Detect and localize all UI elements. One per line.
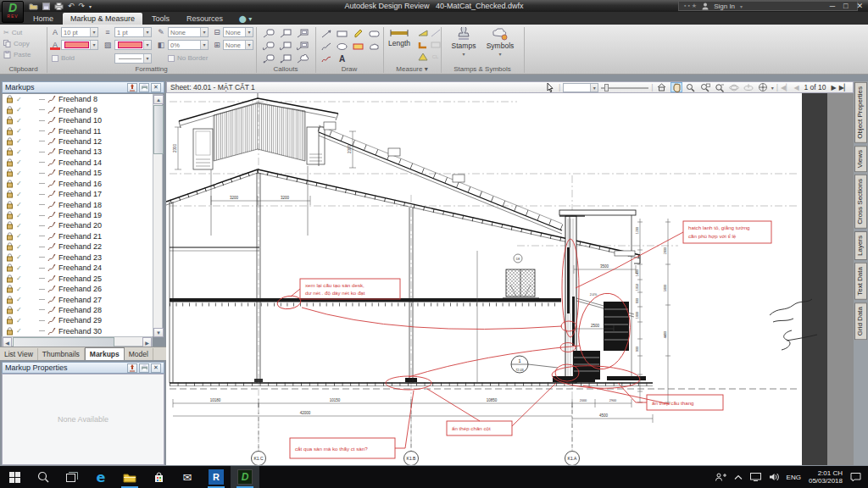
visible-check-icon[interactable]: ✓ [16, 117, 25, 125]
visible-check-icon[interactable]: ✓ [16, 222, 25, 230]
visible-check-icon[interactable]: ✓ [16, 106, 25, 114]
visible-check-icon[interactable]: ✓ [16, 274, 25, 282]
line-style-combo[interactable]: None▾ [168, 27, 209, 37]
markup-list-item[interactable]: ✓ Freehand 20 [3, 220, 153, 230]
next-page-icon[interactable]: ▶ [832, 84, 837, 92]
markup-list-item[interactable]: ✓ Freehand 25 [3, 273, 153, 283]
start-button[interactable] [0, 466, 29, 488]
visible-check-icon[interactable]: ✓ [16, 201, 25, 208]
markup-list-item[interactable]: ✓ Freehand 24 [3, 263, 153, 273]
zoom-selection-icon[interactable] [714, 82, 726, 92]
visible-check-icon[interactable]: ✓ [16, 327, 25, 335]
vertical-scroll-thumb[interactable] [153, 105, 164, 154]
visible-check-icon[interactable]: ✓ [16, 127, 25, 135]
tab-markup-measure[interactable]: Markup & Measure [63, 13, 142, 25]
visible-check-icon[interactable]: ✓ [16, 253, 25, 261]
store-button[interactable] [144, 466, 173, 488]
callout-box-icon[interactable] [278, 27, 292, 40]
markups-horizontal-scrollbar[interactable]: ◀ ▶ [2, 336, 153, 347]
visible-check-icon[interactable]: ✓ [16, 180, 25, 187]
line-weight-combo[interactable]: 1 pt▾ [114, 27, 152, 37]
markup-list-item[interactable]: ✓ Freehand 14 [3, 158, 153, 168]
markup-list-item[interactable]: ✓ Freehand 8 [3, 94, 153, 104]
markups-vertical-scrollbar[interactable]: ▲ ▼ [153, 94, 163, 336]
signin-dropdown-icon[interactable]: ▾ [740, 3, 743, 9]
task-view-button[interactable] [58, 466, 86, 488]
tab-thumbnails[interactable]: Thumbnails [38, 348, 85, 360]
zoom-realtime-icon[interactable] [685, 82, 697, 92]
draw-ellipse-icon[interactable] [335, 40, 349, 53]
draw-freeform-cloud-icon[interactable] [367, 40, 381, 53]
draw-revision-cloud-icon[interactable] [351, 40, 365, 53]
mail-button[interactable]: ✉ [173, 466, 202, 488]
zoom-level-combo[interactable]: ▾ [563, 83, 598, 92]
edge-button[interactable]: e [86, 466, 115, 488]
taskbar-search-button[interactable] [29, 466, 58, 488]
markup-list-item[interactable]: ✓ Freehand 18 [3, 199, 153, 209]
callout-box2-icon[interactable] [295, 27, 309, 40]
markup-list-item[interactable]: ✓ Freehand 16 [3, 179, 153, 189]
visible-check-icon[interactable]: ✓ [16, 137, 25, 145]
markup-list-item[interactable]: ✓ Freehand 21 [3, 231, 153, 241]
length-tool-button[interactable]: Length [385, 28, 414, 47]
draw-freehand-icon[interactable] [319, 53, 333, 65]
draw-pencil-icon[interactable] [351, 27, 365, 40]
drawing-canvas[interactable]: 3200 3200 2300 2300 3500 2500 2.0% 1200 … [166, 93, 854, 465]
connector-start-combo[interactable]: None▾ [223, 27, 253, 37]
scroll-down-icon[interactable]: ▼ [153, 328, 164, 337]
redo-icon[interactable]: ↷ [79, 2, 86, 10]
markup-status-icon[interactable] [127, 83, 137, 92]
sign-in-button[interactable]: Sign In [714, 3, 735, 10]
callout-box-line-icon[interactable] [278, 40, 292, 53]
select-cursor-icon[interactable] [544, 82, 556, 92]
nav-tools-dropdown-icon[interactable]: ▾ [771, 85, 774, 91]
tab-resources[interactable]: Resources [179, 13, 231, 25]
markup-list-item[interactable]: ✓ Freehand 15 [3, 168, 153, 178]
properties-print-icon[interactable] [139, 363, 149, 373]
draw-rounded-rect-icon[interactable] [367, 27, 381, 40]
design-review-taskbar-button[interactable]: D [231, 466, 259, 488]
visible-check-icon[interactable]: ✓ [16, 243, 25, 251]
connector-end-combo[interactable]: None▾ [223, 40, 253, 50]
tab-home[interactable]: Home [25, 13, 61, 25]
callout-bubble-icon[interactable] [261, 27, 275, 40]
draw-text-icon[interactable]: A [335, 53, 349, 65]
open-icon[interactable] [29, 3, 38, 10]
communication-center-icon[interactable]: ⬤ ▾ [232, 14, 259, 25]
visible-check-icon[interactable]: ✓ [16, 296, 25, 303]
no-border-checkbox[interactable]: No Border [168, 54, 208, 62]
clock[interactable]: 2:01 CH05/03/2018 [809, 469, 843, 485]
zoom-slider-thumb[interactable] [604, 84, 609, 92]
people-icon[interactable] [715, 473, 726, 481]
last-page-icon[interactable]: ▶▏ [839, 84, 849, 92]
draw-line-icon[interactable] [319, 27, 333, 40]
fill-color-combo[interactable]: ▾ [114, 40, 152, 50]
revit-button[interactable]: R [202, 466, 231, 488]
side-tab[interactable]: Views [854, 146, 867, 172]
markup-list-item[interactable]: ✓ Freehand 10 [3, 115, 153, 125]
visible-check-icon[interactable]: ✓ [16, 96, 25, 103]
dash-style-combo[interactable]: ▾ [114, 53, 152, 64]
bold-checkbox[interactable]: Bold [52, 54, 75, 62]
opacity-combo[interactable]: 0%▾ [168, 40, 209, 50]
markup-list-item[interactable]: ✓ Freehand 17 [3, 189, 153, 199]
markup-list-item[interactable]: ✓ Freehand 13 [3, 147, 153, 157]
visible-check-icon[interactable]: ✓ [16, 191, 25, 198]
zoom-slider[interactable] [601, 83, 648, 92]
markup-list-item[interactable]: ✓ Freehand 28 [3, 305, 153, 315]
action-center-icon[interactable] [850, 472, 861, 482]
stamps-button[interactable]: Stamps▾ [448, 27, 480, 57]
qat-dropdown-icon[interactable]: ▾ [89, 3, 92, 9]
font-size-combo[interactable]: 10 pt▾ [61, 27, 98, 37]
network-icon[interactable] [750, 473, 761, 481]
markup-list-item[interactable]: ✓ Freehand 23 [3, 252, 153, 263]
maximize-button[interactable]: □ [843, 2, 848, 10]
visible-check-icon[interactable]: ✓ [16, 286, 25, 293]
side-tab[interactable]: Object Properties [854, 82, 867, 143]
markup-list-item[interactable]: ✓ Freehand 26 [3, 284, 153, 294]
draw-rectangle-icon[interactable] [335, 27, 349, 40]
tab-model[interactable]: Model [125, 348, 153, 360]
print-markups-icon[interactable] [139, 83, 149, 92]
markup-list-item[interactable]: ✓ Freehand 11 [3, 125, 153, 136]
visible-check-icon[interactable]: ✓ [16, 148, 25, 156]
